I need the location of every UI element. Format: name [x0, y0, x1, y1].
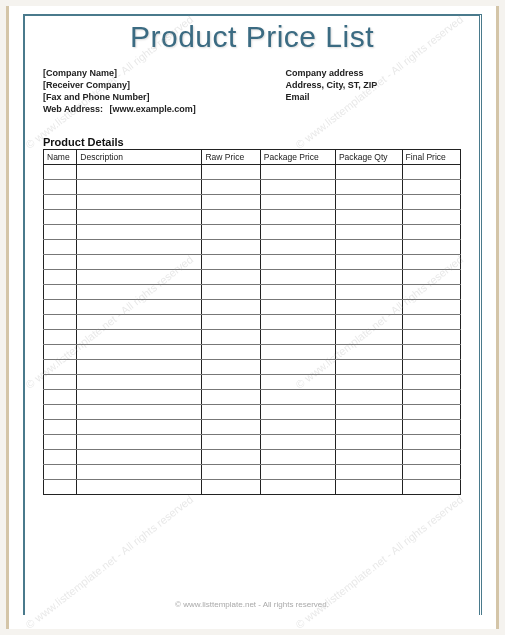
- cell-package_price: [260, 465, 335, 480]
- web-address-label: Web Address:: [43, 104, 103, 114]
- cell-description: [77, 300, 202, 315]
- receiver-company: [Receiver Company]: [43, 80, 285, 90]
- cell-package_price: [260, 450, 335, 465]
- cell-package_qty: [335, 285, 402, 300]
- cell-raw_price: [202, 315, 260, 330]
- company-address: Company address: [285, 68, 461, 78]
- cell-final_price: [402, 420, 460, 435]
- cell-raw_price: [202, 225, 260, 240]
- cell-package_qty: [335, 300, 402, 315]
- cell-name: [44, 465, 77, 480]
- cell-description: [77, 450, 202, 465]
- cell-final_price: [402, 270, 460, 285]
- document-title: Product Price List: [43, 20, 461, 54]
- cell-package_qty: [335, 465, 402, 480]
- company-name: [Company Name]: [43, 68, 285, 78]
- cell-final_price: [402, 195, 460, 210]
- cell-package_price: [260, 240, 335, 255]
- cell-description: [77, 345, 202, 360]
- table-row: [44, 405, 461, 420]
- cell-description: [77, 285, 202, 300]
- col-header-raw-price: Raw Price: [202, 150, 260, 165]
- cell-final_price: [402, 255, 460, 270]
- cell-description: [77, 255, 202, 270]
- cell-package_price: [260, 165, 335, 180]
- table-row: [44, 465, 461, 480]
- table-row: [44, 435, 461, 450]
- cell-description: [77, 315, 202, 330]
- cell-package_qty: [335, 315, 402, 330]
- cell-final_price: [402, 225, 460, 240]
- cell-final_price: [402, 285, 460, 300]
- cell-name: [44, 390, 77, 405]
- cell-raw_price: [202, 210, 260, 225]
- cell-description: [77, 180, 202, 195]
- cell-description: [77, 240, 202, 255]
- cell-package_price: [260, 435, 335, 450]
- cell-description: [77, 165, 202, 180]
- cell-raw_price: [202, 285, 260, 300]
- cell-final_price: [402, 300, 460, 315]
- cell-package_qty: [335, 240, 402, 255]
- cell-description: [77, 195, 202, 210]
- cell-package_qty: [335, 345, 402, 360]
- cell-package_price: [260, 330, 335, 345]
- cell-final_price: [402, 210, 460, 225]
- cell-description: [77, 420, 202, 435]
- cell-package_price: [260, 480, 335, 495]
- cell-name: [44, 480, 77, 495]
- cell-name: [44, 195, 77, 210]
- cell-raw_price: [202, 390, 260, 405]
- cell-description: [77, 210, 202, 225]
- cell-name: [44, 225, 77, 240]
- cell-name: [44, 345, 77, 360]
- cell-package_qty: [335, 225, 402, 240]
- table-row: [44, 195, 461, 210]
- cell-name: [44, 300, 77, 315]
- cell-raw_price: [202, 330, 260, 345]
- cell-raw_price: [202, 300, 260, 315]
- cell-package_qty: [335, 255, 402, 270]
- cell-name: [44, 420, 77, 435]
- cell-package_qty: [335, 420, 402, 435]
- page: © www.listtemplate.net - All rights rese…: [6, 6, 499, 629]
- cell-final_price: [402, 360, 460, 375]
- table-row: [44, 345, 461, 360]
- cell-package_price: [260, 285, 335, 300]
- cell-final_price: [402, 435, 460, 450]
- cell-package_price: [260, 315, 335, 330]
- web-address-value: [www.example.com]: [110, 104, 196, 114]
- fax-phone: [Fax and Phone Number]: [43, 92, 285, 102]
- cell-package_qty: [335, 270, 402, 285]
- cell-description: [77, 465, 202, 480]
- table-row: [44, 270, 461, 285]
- cell-package_qty: [335, 195, 402, 210]
- cell-package_price: [260, 420, 335, 435]
- cell-description: [77, 360, 202, 375]
- cell-package_price: [260, 375, 335, 390]
- cell-package_qty: [335, 165, 402, 180]
- cell-raw_price: [202, 465, 260, 480]
- cell-final_price: [402, 450, 460, 465]
- cell-package_price: [260, 390, 335, 405]
- table-row: [44, 390, 461, 405]
- cell-package_price: [260, 225, 335, 240]
- cell-package_qty: [335, 375, 402, 390]
- table-row: [44, 285, 461, 300]
- cell-description: [77, 435, 202, 450]
- col-header-final-price: Final Price: [402, 150, 460, 165]
- cell-raw_price: [202, 165, 260, 180]
- col-header-package-price: Package Price: [260, 150, 335, 165]
- cell-name: [44, 165, 77, 180]
- cell-final_price: [402, 465, 460, 480]
- cell-package_price: [260, 255, 335, 270]
- cell-package_qty: [335, 405, 402, 420]
- cell-raw_price: [202, 480, 260, 495]
- cell-final_price: [402, 390, 460, 405]
- cell-name: [44, 405, 77, 420]
- cell-package_price: [260, 345, 335, 360]
- page-border: © www.listtemplate.net - All rights rese…: [23, 14, 482, 615]
- cell-name: [44, 360, 77, 375]
- table-row: [44, 165, 461, 180]
- cell-raw_price: [202, 240, 260, 255]
